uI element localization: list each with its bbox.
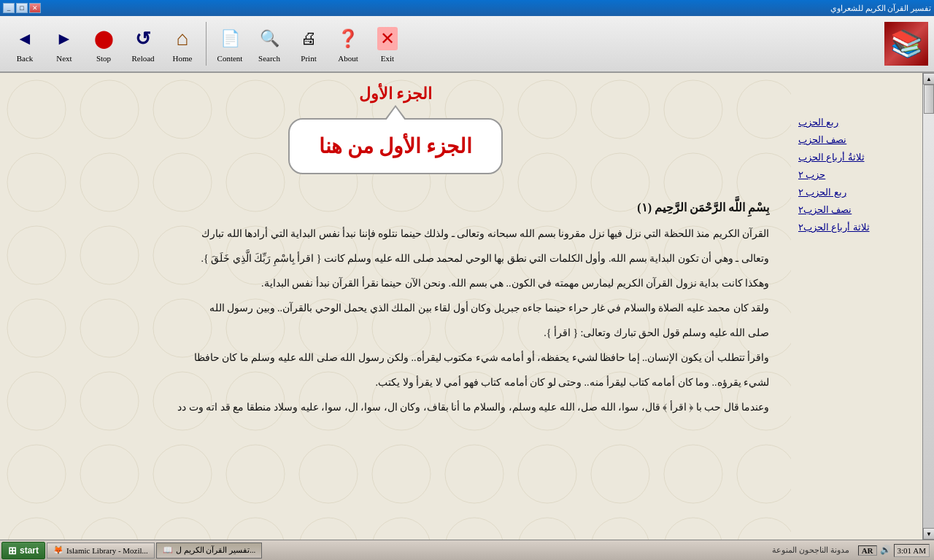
browser-label: Islamic Library - Mozil... (66, 546, 148, 555)
window-title: تفسير القرآن الكريم للشعراوي (830, 4, 931, 13)
close-button[interactable]: ✕ (29, 3, 41, 13)
page-title: الجزء الأول (15, 85, 776, 104)
reload-button[interactable]: Reload (124, 19, 162, 69)
blog-text: مدونة الناجحون المنوعة (766, 545, 855, 555)
quran-label: تفسير القرآن الكريم ل... (176, 545, 256, 555)
scrollbar[interactable]: ▲ ▼ (922, 73, 934, 540)
toolbar: Back Next Stop Reload Home Content Searc… (0, 16, 934, 73)
about-label: About (338, 54, 358, 63)
paragraph-6: واقرأ تتطلب أن يكون الإنسان.. إما حافظا … (22, 348, 769, 368)
back-button[interactable]: Back (6, 19, 44, 69)
sidebar-link-rub-hizb[interactable]: ربع الحزب (798, 117, 838, 128)
home-label: Home (173, 54, 193, 63)
window-controls[interactable]: _ □ ✕ (3, 3, 41, 13)
sidebar-link-thalatha-arba2[interactable]: ثلاثة أرباع الحزب٢ (798, 222, 870, 233)
back-icon (11, 25, 39, 52)
minimize-button[interactable]: _ (3, 3, 15, 13)
stop-label: Stop (96, 54, 111, 63)
print-label: Print (301, 54, 316, 63)
paragraph-4: ولقد كان محمد عليه الصلاة والسلام في غار… (22, 298, 769, 319)
exit-button[interactable]: Exit (368, 19, 406, 69)
book-icon: 📚 (890, 28, 923, 59)
print-icon (295, 25, 323, 52)
title-bar: _ □ ✕ تفسير القرآن الكريم للشعراوي (0, 0, 934, 16)
sidebar: ربع الحزب نصف الحزب ثلاثةُ أرباع الحزب ح… (791, 73, 922, 540)
scroll-down-button[interactable]: ▼ (923, 528, 934, 540)
sidebar-link-thalatha-arba[interactable]: ثلاثةُ أرباع الحزب (798, 152, 865, 163)
back-label: Back (17, 54, 34, 63)
sidebar-link-rub-hizb2[interactable]: ربع الحزب ٢ (798, 187, 846, 198)
app-logo: 📚 (884, 22, 928, 66)
taskbar: ⊞ start 🦊 Islamic Library - Mozil... 📖 ت… (0, 540, 934, 560)
content-button[interactable]: Content (211, 19, 249, 69)
windows-logo-icon: ⊞ (8, 545, 17, 556)
content-icon (216, 25, 244, 52)
about-icon (334, 25, 362, 52)
reload-label: Reload (131, 54, 154, 63)
paragraph-5: صلى الله عليه وسلم قول الحق تبارك وتعالى… (22, 323, 769, 343)
basmala: بِسْمِ اللَّه الرَّحْمَن الرَّحِيم (١) (22, 196, 769, 219)
maximize-button[interactable]: □ (16, 3, 28, 13)
sidebar-link-nisf-hizb[interactable]: نصف الحزب (798, 134, 846, 146)
scroll-thumb[interactable] (924, 85, 934, 114)
stop-icon (90, 25, 117, 52)
toolbar-separator (206, 22, 207, 66)
sidebar-link-hizb2[interactable]: حزب ٢ (798, 169, 825, 181)
search-button[interactable]: Search (250, 19, 288, 69)
scroll-track[interactable] (923, 85, 934, 528)
home-icon (169, 25, 196, 52)
home-button[interactable]: Home (163, 19, 201, 69)
speaker-icon: 🔊 (880, 545, 891, 556)
main-content[interactable]: الجزء الأول الجزء الأول من هنا بِسْمِ ال… (0, 73, 791, 540)
speech-bubble-wrapper: الجزء الأول من هنا (15, 118, 776, 174)
exit-icon (374, 25, 401, 52)
paragraph-8: وعندما قال حب با ﴿ اقرأ ﴾ قال، سوا، الله… (22, 397, 769, 418)
search-icon (255, 25, 283, 52)
print-button[interactable]: Print (290, 19, 328, 69)
next-button[interactable]: Next (45, 19, 83, 69)
system-clock: 3:01 AM (894, 544, 930, 557)
paragraph-3: وهكذا كانت بداية نزول القرآن الكريم ليما… (22, 273, 769, 294)
scroll-up-button[interactable]: ▲ (923, 73, 934, 85)
basmala-text: بِسْمِ اللَّه الرَّحْمَن الرَّحِيم (١) (15, 196, 776, 219)
about-button[interactable]: About (329, 19, 367, 69)
next-icon (50, 25, 78, 52)
paragraph-2: وتعالى ـ وهي أن تكون البداية بسم الله. و… (22, 249, 769, 269)
reload-icon (129, 25, 157, 52)
taskbar-right: مدونة الناجحون المنوعة AR 🔊 3:01 AM (766, 544, 933, 557)
browser-icon: 🦊 (53, 545, 63, 555)
quran-app-icon: 📖 (163, 545, 173, 555)
start-button[interactable]: ⊞ start (1, 542, 45, 559)
bubble-text: الجزء الأول من هنا (319, 135, 472, 158)
start-label: start (20, 545, 39, 556)
search-label: Search (258, 54, 280, 63)
content-wrapper: الجزء الأول الجزء الأول من هنا بِسْمِ ال… (0, 73, 922, 540)
stop-button[interactable]: Stop (85, 19, 123, 69)
speech-bubble[interactable]: الجزء الأول من هنا (288, 118, 503, 174)
main-container: الجزء الأول الجزء الأول من هنا بِسْمِ ال… (0, 73, 934, 540)
content-label: Content (217, 54, 243, 63)
paragraph-7: لشيء يقرؤه.. وما كان أمامه كتاب ليقرأ من… (22, 373, 769, 393)
paragraph-1: القرآن الكريم منذ اللحظة التي نزل فيها ن… (22, 224, 769, 244)
taskbar-item-browser[interactable]: 🦊 Islamic Library - Mozil... (47, 542, 155, 559)
lang-indicator: AR (858, 545, 877, 556)
taskbar-item-quran[interactable]: 📖 تفسير القرآن الكريم ل... (156, 542, 263, 559)
exit-label: Exit (381, 54, 394, 63)
arabic-body: القرآن الكريم منذ اللحظة التي نزل فيها ن… (15, 224, 776, 418)
next-label: Next (56, 54, 72, 63)
sidebar-link-nisf-hizb2[interactable]: نصف الحزب٢ (798, 204, 852, 216)
